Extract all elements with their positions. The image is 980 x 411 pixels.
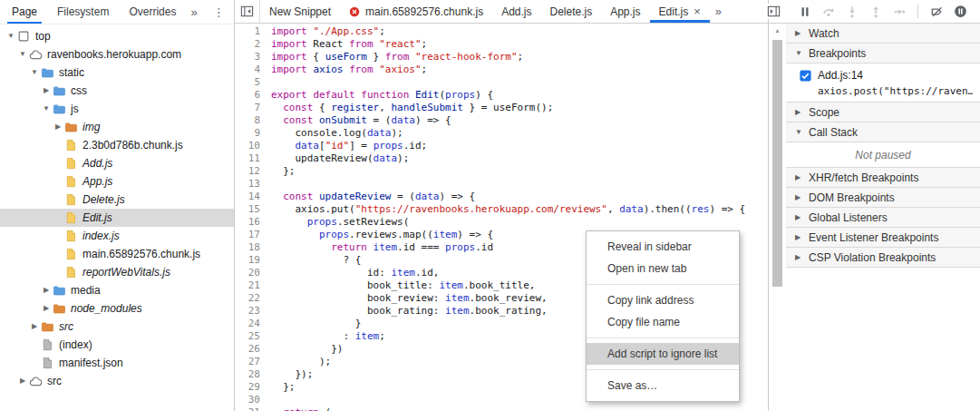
more-options-icon[interactable]: ⋮	[202, 5, 236, 19]
line-number[interactable]: 15	[235, 203, 266, 216]
menu-item-add-script-to-ignore-list[interactable]: Add script to ignore list	[587, 343, 739, 365]
tree-item-css[interactable]: ▶css	[0, 82, 234, 100]
line-number[interactable]: 31	[235, 406, 266, 411]
expander-open-icon[interactable]: ▼	[17, 45, 28, 64]
line-number[interactable]: 13	[235, 178, 266, 191]
tree-item-index[interactable]: (index)	[0, 336, 234, 354]
menu-item-copy-file-name[interactable]: Copy file name	[587, 311, 739, 333]
line-number[interactable]: 6	[235, 89, 266, 102]
line-number[interactable]: 9	[235, 127, 266, 140]
expander-open-icon[interactable]: ▼	[41, 100, 52, 118]
expander-closed-icon[interactable]: ▶	[41, 82, 52, 100]
close-tab-icon[interactable]: ×	[694, 5, 701, 17]
toggle-sidebar-icon[interactable]	[766, 4, 781, 19]
section-header-event-listener-breakpoints[interactable]: ▶Event Listener Breakpoints	[786, 228, 980, 248]
tree-item-main-65892576-chunk-js[interactable]: main.65892576.chunk.js	[0, 245, 234, 263]
line-number[interactable]: 16	[235, 216, 266, 229]
line-number[interactable]: 18	[235, 241, 266, 254]
pause-icon[interactable]	[798, 5, 812, 19]
tree-item-src-origin[interactable]: ▶src	[0, 372, 234, 390]
line-number[interactable]: 17	[235, 229, 266, 241]
tree-item-top[interactable]: ▼top	[0, 27, 234, 45]
line-number[interactable]: 10	[235, 140, 266, 152]
expander-open-icon[interactable]: ▼	[29, 64, 40, 82]
line-number[interactable]: 22	[235, 292, 266, 305]
line-number[interactable]: 25	[235, 330, 266, 343]
tree-item-media[interactable]: ▶media	[0, 281, 234, 299]
editor-tab-new-snippet[interactable]: New Snippet	[260, 0, 340, 23]
section-header-xhr-fetch-breakpoints[interactable]: ▶XHR/fetch Breakpoints	[786, 168, 980, 188]
navigator-tab-overflow-icon[interactable]: »	[186, 5, 201, 19]
line-number[interactable]: 1	[235, 25, 266, 38]
expander-closed-icon[interactable]: ▶	[17, 372, 28, 390]
line-number[interactable]: 14	[235, 191, 266, 203]
tree-item-edit-js[interactable]: Edit.js	[0, 209, 234, 227]
line-number[interactable]: 28	[235, 368, 266, 381]
tree-item-src[interactable]: ▶src	[0, 318, 234, 336]
breakpoint-entry[interactable]: Add.js:14axios.post("https://raven…	[786, 64, 980, 103]
line-number[interactable]: 30	[235, 394, 266, 406]
section-header-watch[interactable]: ▶Watch	[786, 24, 980, 44]
line-number[interactable]: 26	[235, 343, 266, 356]
editor-tab-delete-js[interactable]: Delete.js	[541, 0, 602, 23]
section-header-scope[interactable]: ▶Scope	[786, 103, 980, 122]
expander-closed-icon[interactable]: ▶	[41, 299, 52, 318]
line-number[interactable]: 24	[235, 318, 266, 330]
line-number[interactable]: 4	[235, 64, 266, 76]
tree-item-static[interactable]: ▼static	[0, 64, 234, 82]
line-number[interactable]: 2	[235, 38, 266, 51]
breakpoint-checkbox[interactable]	[800, 70, 811, 82]
line-number[interactable]: 8	[235, 114, 266, 127]
section-header-global-listeners[interactable]: ▶Global Listeners	[786, 208, 980, 228]
section-header-csp-violation-breakpoints[interactable]: ▶CSP Violation Breakpoints	[786, 248, 980, 268]
menu-item-open-in-new-tab[interactable]: Open in new tab	[587, 258, 739, 279]
line-number[interactable]: 5	[235, 76, 266, 89]
line-number[interactable]: 20	[235, 267, 266, 279]
editor-tab-add-js[interactable]: Add.js	[492, 0, 540, 23]
line-number[interactable]: 27	[235, 356, 266, 368]
section-header-call-stack[interactable]: ▼Call Stack	[786, 122, 980, 142]
tree-item-add-js[interactable]: Add.js	[0, 154, 234, 172]
line-number[interactable]: 11	[235, 152, 266, 165]
scrollbar-thumb[interactable]	[772, 40, 782, 287]
section-header-dom-breakpoints[interactable]: ▶DOM Breakpoints	[786, 188, 980, 208]
menu-item-reveal-in-sidebar[interactable]: Reveal in sidebar	[587, 236, 739, 258]
line-number[interactable]: 29	[235, 381, 266, 394]
toggle-navigator-icon[interactable]	[235, 0, 260, 23]
navigator-tab-page[interactable]: Page	[2, 0, 47, 24]
tree-item-label: App.js	[82, 175, 112, 188]
editor-tab-overflow-icon[interactable]: »	[710, 5, 727, 18]
menu-item-save-as[interactable]: Save as…	[587, 375, 739, 396]
navigator-tab-overrides[interactable]: Overrides	[119, 0, 186, 24]
expander-closed-icon[interactable]: ▶	[29, 318, 40, 336]
tree-item-ravenbooks-herokuapp-com[interactable]: ▼ravenbooks.herokuapp.com	[0, 45, 234, 64]
tree-item-js[interactable]: ▼js	[0, 100, 234, 118]
tree-item-reportwebvitals-js[interactable]: reportWebVitals.js	[0, 263, 234, 281]
editor-tab-edit-js[interactable]: Edit.js×	[650, 0, 710, 23]
menu-item-copy-link-address[interactable]: Copy link address	[587, 289, 739, 311]
tree-item-2-3b0d786b-chunk-js[interactable]: 2.3b0d786b.chunk.js	[0, 136, 234, 154]
pause-on-exceptions-icon[interactable]	[953, 5, 967, 19]
code-line-content: });	[266, 368, 313, 381]
expander-open-icon[interactable]: ▼	[5, 27, 16, 45]
line-number[interactable]: 3	[235, 51, 266, 64]
deactivate-breakpoints-icon[interactable]	[929, 5, 944, 19]
tree-item-index-js[interactable]: index.js	[0, 227, 234, 245]
line-number[interactable]: 7	[235, 102, 266, 114]
line-number[interactable]: 21	[235, 279, 266, 292]
navigator-tab-filesystem[interactable]: Filesystem	[47, 0, 119, 24]
tree-item-app-js[interactable]: App.js	[0, 172, 234, 191]
editor-tab-main-65892576-chunk-js[interactable]: main.65892576.chunk.js	[340, 0, 492, 23]
expander-closed-icon[interactable]: ▶	[41, 281, 52, 299]
expander-closed-icon[interactable]: ▶	[53, 118, 63, 136]
line-number[interactable]: 12	[235, 165, 266, 178]
tree-item-img[interactable]: ▶img	[0, 118, 234, 136]
tree-item-node-modules[interactable]: ▶node_modules	[0, 299, 234, 318]
line-number[interactable]: 23	[235, 305, 266, 318]
scroll-up-arrow-icon[interactable]: ▲	[769, 24, 786, 37]
tree-item-delete-js[interactable]: Delete.js	[0, 191, 234, 209]
tree-item-manifest-json[interactable]: manifest.json	[0, 354, 234, 372]
editor-tab-app-js[interactable]: App.js	[601, 0, 649, 23]
line-number[interactable]: 19	[235, 254, 266, 267]
section-header-breakpoints[interactable]: ▼Breakpoints	[786, 44, 980, 64]
